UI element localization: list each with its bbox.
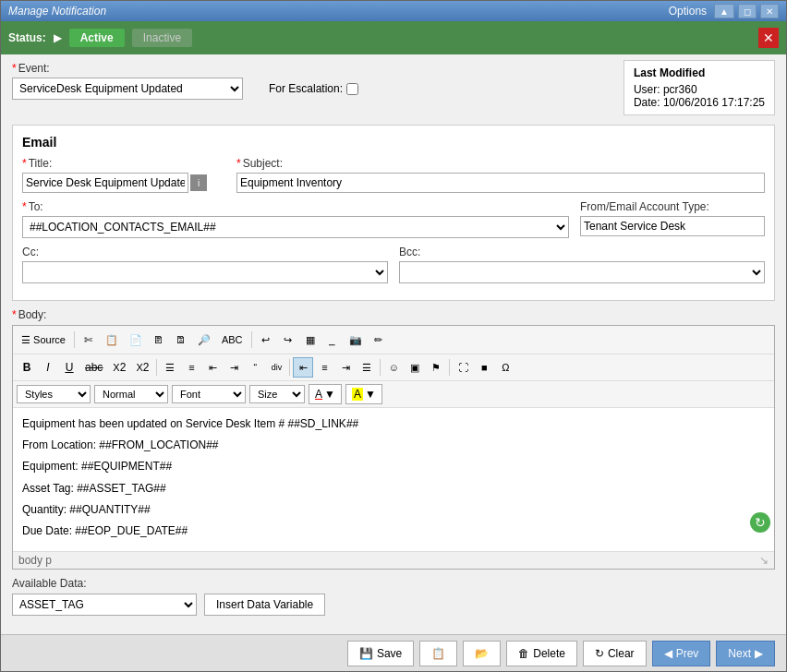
active-button[interactable]: Active	[69, 29, 125, 47]
outdent-button[interactable]: ⇤	[202, 357, 223, 378]
subject-field: * Subject:	[236, 157, 765, 193]
normal-select[interactable]: Normal	[94, 385, 168, 403]
align-left-button[interactable]: ⇤	[293, 357, 313, 378]
cc-select[interactable]	[22, 261, 388, 283]
align-justify-button[interactable]: ☰	[357, 357, 377, 378]
superscript-button[interactable]: X2	[131, 357, 153, 378]
last-modified-user: User: pcr360	[634, 83, 765, 96]
paste-button[interactable]: 📄	[125, 330, 147, 350]
source-button[interactable]: ☰ Source	[17, 330, 70, 350]
sep-1	[74, 331, 75, 348]
sep-3	[156, 359, 157, 376]
clear-button[interactable]: ↻ Clear	[583, 641, 647, 666]
cc-field: Cc:	[22, 246, 388, 283]
inactive-button[interactable]: Inactive	[132, 29, 192, 47]
save-icon: 💾	[359, 647, 373, 660]
available-data-row: ASSET_TAG EQUIPMENT FROM_LOCATION QUANTI…	[12, 594, 775, 616]
copy-button[interactable]: 📋	[101, 330, 123, 350]
import-button[interactable]: 📂	[463, 641, 501, 666]
table-button[interactable]: ▦	[300, 330, 321, 350]
eraser-button[interactable]: ✏	[369, 330, 389, 350]
indent-button[interactable]: ⇥	[224, 357, 244, 378]
strikethrough-button[interactable]: abc	[80, 357, 107, 378]
available-data-label: Available Data:	[12, 577, 775, 590]
title-bar-left: Manage Notification	[8, 5, 106, 18]
next-button[interactable]: Next ▶	[716, 641, 775, 666]
sep-6	[449, 359, 450, 376]
escalation-checkbox[interactable]	[346, 83, 358, 95]
special-char-button[interactable]: Ω	[495, 357, 515, 378]
status-arrow-icon: ▶	[54, 31, 62, 44]
size-select[interactable]: Size	[249, 385, 305, 403]
title-bar: Manage Notification Options ▲ ◻ ✕	[1, 1, 786, 21]
font-color-label: A	[315, 388, 322, 401]
toolbar-row-2: B I U abc X2 X2 ☰ ≡ ⇤ ⇥ “ div ⇤ ≡ ⇥	[13, 354, 774, 381]
bold-button[interactable]: B	[17, 357, 37, 378]
export-button[interactable]: 📋	[419, 641, 457, 666]
font-select[interactable]: Font	[172, 385, 246, 403]
delete-button[interactable]: 🗑 Delete	[506, 641, 577, 666]
underline-button[interactable]: U	[59, 357, 79, 378]
close-button[interactable]: ✕	[760, 4, 779, 18]
from-field: From/Email Account Type:	[580, 200, 765, 238]
title-info-button[interactable]: i	[190, 174, 207, 191]
export-icon: 📋	[431, 647, 445, 660]
editor-container: ☰ Source ✄ 📋 📄 🖹 🖺 🔎 ABC ↩ ↪ ▦ ⎯ 📷 ✏	[12, 325, 775, 570]
title-subject-row: * Title: i * Subject:	[22, 157, 765, 193]
escalation-row: For Escalation:	[269, 82, 358, 95]
insert-image-button[interactable]: ⛶	[453, 357, 473, 378]
email-section-title: Email	[22, 135, 765, 150]
undo-button[interactable]: ↩	[256, 330, 276, 350]
save-button[interactable]: 💾 Save	[347, 641, 414, 666]
iframe-button[interactable]: ▣	[405, 357, 425, 378]
scroll-indicator[interactable]: ↻	[750, 512, 770, 533]
find-button[interactable]: 🔎	[193, 330, 215, 350]
restore-button[interactable]: ◻	[738, 4, 757, 18]
subscript-button[interactable]: X2	[108, 357, 130, 378]
anchor-button[interactable]: ⚑	[426, 357, 446, 378]
smiley-button[interactable]: ☺	[383, 357, 404, 378]
italic-button[interactable]: I	[38, 357, 58, 378]
body-label: * Body:	[12, 308, 775, 321]
code-button[interactable]: div	[266, 357, 286, 378]
to-select[interactable]: ##LOCATION_CONTACTS_EMAIL##	[22, 216, 569, 238]
available-data-select[interactable]: ASSET_TAG EQUIPMENT FROM_LOCATION QUANTI…	[12, 594, 197, 616]
import-icon: 📂	[475, 647, 489, 660]
cut-button[interactable]: ✄	[79, 330, 99, 350]
font-color-arrow-icon: ▼	[324, 388, 335, 401]
unordered-list-button[interactable]: ≡	[181, 357, 201, 378]
prev-button[interactable]: ◀ Prev	[652, 641, 711, 666]
last-modified-date: Date: 10/06/2016 17:17:25	[634, 96, 765, 109]
event-select[interactable]: ServiceDesk Equipment Updated	[12, 78, 243, 100]
editor-scroll: Equipment has been updated on Service De…	[13, 408, 774, 551]
bcc-select[interactable]	[399, 261, 765, 283]
event-label: * Event:	[12, 62, 624, 75]
refresh-icon: ↻	[595, 647, 604, 660]
image-button[interactable]: 📷	[345, 330, 367, 350]
bcc-field: Bcc:	[399, 246, 765, 283]
insert-table-button[interactable]: ■	[474, 357, 494, 378]
minimize-button[interactable]: ▲	[714, 4, 734, 18]
options-label: Options	[669, 5, 707, 18]
title-input[interactable]	[22, 173, 188, 193]
align-right-button[interactable]: ⇥	[335, 357, 356, 378]
subject-input[interactable]	[236, 173, 765, 193]
status-close-button[interactable]: ✕	[758, 28, 779, 48]
blockquote-button[interactable]: “	[245, 357, 265, 378]
editor-content[interactable]: Equipment has been updated on Service De…	[13, 408, 774, 551]
title-field: * Title: i	[22, 157, 225, 193]
styles-select[interactable]: Styles	[17, 385, 91, 403]
from-input[interactable]	[580, 216, 765, 236]
align-center-button[interactable]: ≡	[314, 357, 334, 378]
sep-5	[380, 359, 381, 376]
ordered-list-button[interactable]: ☰	[160, 357, 180, 378]
bg-color-button[interactable]: A ▼	[345, 384, 382, 404]
spell-check-button[interactable]: ABC	[217, 330, 248, 350]
paste-word-button[interactable]: 🖺	[171, 330, 191, 350]
paste-text-button[interactable]: 🖹	[149, 330, 169, 350]
horizontal-rule-button[interactable]: ⎯	[322, 330, 343, 350]
redo-button[interactable]: ↪	[278, 330, 298, 350]
font-color-button[interactable]: A ▼	[309, 384, 342, 404]
body-line-6: Due Date: ##EOP_DUE_DATE##	[22, 522, 765, 540]
insert-data-variable-button[interactable]: Insert Data Variable	[204, 594, 325, 616]
